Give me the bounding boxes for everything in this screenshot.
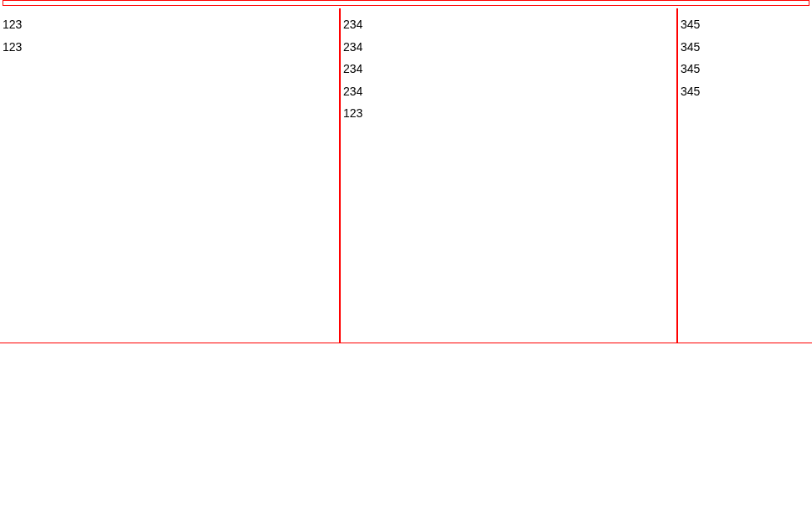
column-container: 123 123 234 234 234 234 123 345 345 345 … <box>0 8 812 343</box>
list-item: 345 <box>681 58 809 80</box>
list-item: 345 <box>681 13 809 36</box>
list-item: 234 <box>343 13 674 36</box>
list-item: 123 <box>343 102 674 125</box>
list-item: 123 <box>3 36 337 59</box>
column-3: 345 345 345 345 <box>678 8 812 343</box>
column-2: 234 234 234 234 123 <box>339 8 678 343</box>
list-item: 234 <box>343 80 674 103</box>
list-item: 234 <box>343 58 674 80</box>
list-item: 123 <box>3 13 337 36</box>
list-item: 345 <box>681 80 809 103</box>
list-item: 234 <box>343 36 674 59</box>
column-1: 123 123 <box>0 8 339 343</box>
list-item: 345 <box>681 36 809 59</box>
top-bar <box>3 0 809 6</box>
